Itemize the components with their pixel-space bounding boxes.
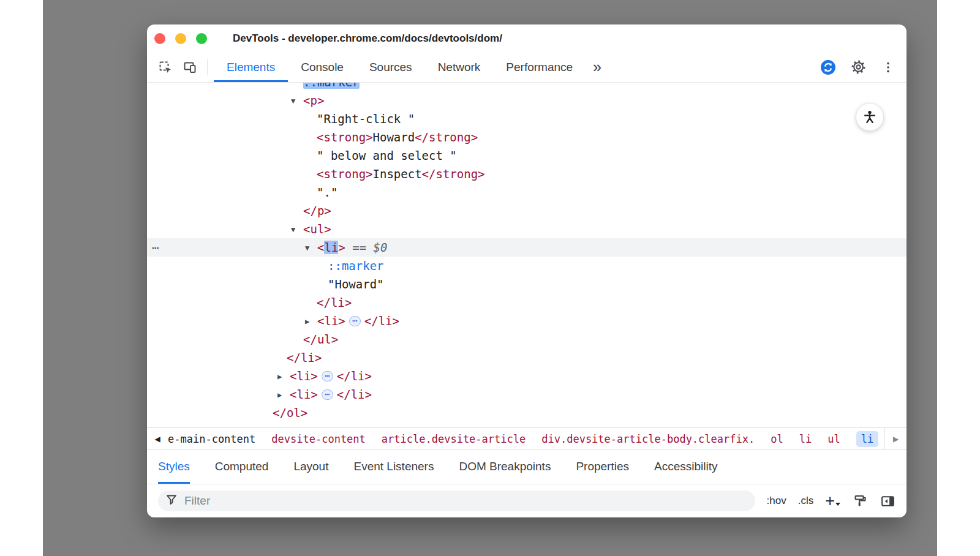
- token-tag: >: [338, 241, 345, 254]
- breadcrumb-scroll-left-icon[interactable]: ◀: [147, 428, 168, 449]
- breadcrumb-item[interactable]: e-main-content: [168, 433, 255, 445]
- row-actions-icon[interactable]: ⋯: [152, 238, 159, 257]
- tree-row[interactable]: ".": [147, 183, 907, 201]
- tree-row[interactable]: <strong>Howard</strong>: [147, 128, 907, 146]
- tree-row[interactable]: <strong>Inspect</strong>: [147, 165, 907, 183]
- tab-layout[interactable]: Layout: [293, 450, 328, 484]
- toggle-classes-button[interactable]: .cls: [798, 495, 814, 507]
- more-tabs-icon[interactable]: »: [593, 58, 600, 76]
- minimize-button[interactable]: [175, 33, 186, 44]
- accessibility-icon[interactable]: [856, 103, 884, 131]
- tree-row[interactable]: </li>: [147, 293, 907, 312]
- tree-row[interactable]: ::marker: [147, 83, 907, 91]
- toolbar-divider: [207, 59, 208, 75]
- plus-icon: +: [825, 493, 835, 509]
- expand-arrow-icon[interactable]: ▼: [291, 220, 303, 239]
- tree-row[interactable]: </ul>: [147, 330, 907, 348]
- toggle-hover-state-button[interactable]: :hov: [767, 495, 786, 507]
- tree-row[interactable]: ▼<ul>: [147, 220, 907, 238]
- row-content: </ul>: [147, 330, 907, 348]
- token-tag-hl: li: [324, 241, 338, 254]
- devtools-window: DevTools - developer.chrome.com/docs/dev…: [147, 24, 907, 517]
- token-tag: <: [317, 241, 324, 254]
- token-text: Inspect: [373, 167, 422, 181]
- expand-arrow-icon[interactable]: ▼: [305, 239, 317, 257]
- token-text: ".": [317, 186, 337, 199]
- sidebar-toggle-icon[interactable]: [880, 493, 895, 509]
- tab-styles[interactable]: Styles: [158, 450, 190, 484]
- style-filter-input[interactable]: [183, 494, 748, 508]
- token-tag: </li>: [317, 296, 352, 309]
- token-text: "Right-click ": [317, 112, 415, 126]
- breadcrumb-item[interactable]: ul: [827, 433, 840, 445]
- tree-row[interactable]: ▶<li>⋯</li>: [147, 367, 907, 385]
- expand-arrow-icon[interactable]: ▶: [277, 386, 290, 404]
- token-tag: <li>: [290, 388, 318, 401]
- tab-sources[interactable]: Sources: [356, 52, 425, 82]
- format-paint-icon[interactable]: [852, 493, 868, 509]
- tree-row[interactable]: ::marker: [147, 257, 907, 275]
- breadcrumb-scroll-right-icon[interactable]: ▶: [884, 428, 907, 449]
- token-pseudo-selected: ::marker: [303, 83, 360, 89]
- token-eq: ==: [345, 241, 374, 254]
- row-content: ".": [147, 183, 907, 201]
- tab-accessibility[interactable]: Accessibility: [654, 450, 717, 484]
- dom-tree: ::marker▼<p>"Right-click "<strong>Howard…: [147, 83, 907, 427]
- breadcrumb-item[interactable]: li: [856, 431, 878, 447]
- tree-row[interactable]: </li>: [147, 348, 907, 367]
- token-tag: </p>: [303, 204, 331, 217]
- breadcrumb-item[interactable]: li: [799, 433, 812, 445]
- filter-funnel-icon: [165, 494, 178, 508]
- expand-arrow-icon[interactable]: ▼: [291, 92, 303, 110]
- tab-network[interactable]: Network: [425, 52, 494, 82]
- tree-row[interactable]: </ol>: [147, 404, 907, 422]
- tab-dom-breakpoints[interactable]: DOM Breakpoints: [459, 450, 551, 484]
- settings-gear-icon[interactable]: [850, 59, 867, 76]
- tree-row[interactable]: ▼<p>: [147, 91, 907, 110]
- zoom-button[interactable]: [196, 33, 207, 44]
- tree-row[interactable]: ▶<li>⋯</li>: [147, 312, 907, 330]
- sync-icon[interactable]: [820, 59, 837, 76]
- tab-properties[interactable]: Properties: [576, 450, 629, 484]
- tree-row[interactable]: </p>: [147, 201, 907, 220]
- row-content: </li>: [147, 293, 907, 312]
- expand-arrow-icon[interactable]: ▶: [305, 312, 317, 331]
- row-content: " below and select ": [147, 146, 907, 165]
- device-toolbar-icon[interactable]: [181, 59, 198, 76]
- tree-row[interactable]: " below and select ": [147, 146, 907, 165]
- row-content: ▼<p>: [147, 91, 907, 110]
- styles-panel-tabs: StylesComputedLayoutEvent ListenersDOM B…: [147, 449, 907, 484]
- breadcrumb-item[interactable]: ol: [771, 433, 783, 445]
- breadcrumb-item[interactable]: devsite-content: [271, 433, 366, 445]
- toolbar-right-icons: [820, 52, 897, 82]
- tree-row[interactable]: ⋯▼<li> == $0: [147, 238, 907, 257]
- row-content: </ol>: [147, 404, 907, 422]
- row-content: </li>: [147, 348, 907, 367]
- token-tag: </strong>: [422, 167, 485, 181]
- window-title: DevTools - developer.chrome.com/docs/dev…: [233, 32, 502, 45]
- expand-arrow-icon[interactable]: ▶: [277, 367, 290, 386]
- new-style-rule-button[interactable]: +: [825, 493, 840, 509]
- kebab-menu-icon[interactable]: [880, 59, 897, 76]
- tab-event-listeners[interactable]: Event Listeners: [353, 450, 434, 484]
- tree-row[interactable]: "Right-click ": [147, 110, 907, 128]
- plus-dropdown-caret-icon: [835, 503, 840, 506]
- breadcrumb-item[interactable]: div.devsite-article-body.clearfix.: [541, 433, 755, 445]
- token-tag: <ul>: [303, 222, 331, 236]
- background-canvas: DevTools - developer.chrome.com/docs/dev…: [43, 0, 937, 556]
- tab-computed[interactable]: Computed: [215, 450, 269, 484]
- tree-row[interactable]: "Howard": [147, 275, 907, 293]
- token-text: "Howard": [328, 277, 384, 291]
- breadcrumb-item[interactable]: article.devsite-article: [382, 433, 526, 445]
- row-content: ▶<li>⋯</li>: [147, 312, 907, 331]
- main-toolbar: ElementsConsoleSourcesNetworkPerformance…: [147, 52, 907, 83]
- inspect-icon[interactable]: [157, 59, 174, 76]
- tab-performance[interactable]: Performance: [493, 52, 586, 82]
- token-text: Howard: [373, 130, 415, 144]
- tree-row[interactable]: ▶<li>⋯</li>: [147, 385, 907, 404]
- row-content: "Howard": [147, 275, 907, 293]
- tab-elements[interactable]: Elements: [214, 52, 288, 82]
- token-tag: </li>: [337, 388, 372, 401]
- tab-console[interactable]: Console: [288, 52, 356, 82]
- close-button[interactable]: [154, 33, 165, 44]
